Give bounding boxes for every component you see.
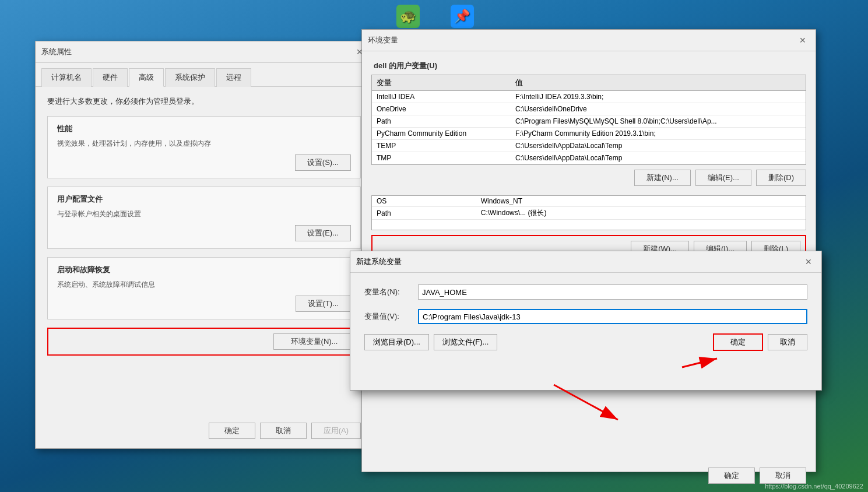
performance-section: 性能 视觉效果，处理器计划，内存使用，以及虚拟内存 设置(S)... (47, 116, 361, 178)
tab-advanced[interactable]: 高级 (129, 68, 164, 87)
startup-desc: 系统启动、系统故障和调试信息 (57, 280, 351, 290)
new-var-close-btn[interactable]: ✕ (802, 255, 816, 269)
env-ok-btn[interactable]: 确定 (708, 468, 755, 484)
sys-vars-snippet: OSWindows_NTPathC:\Windows\... (很长) (371, 195, 806, 230)
hambox-icon: 🐢 (396, 5, 420, 28)
env-vars-btn[interactable]: 环境变量(N)... (273, 333, 355, 350)
tab-hardware[interactable]: 硬件 (93, 68, 128, 87)
env-final-buttons: 确定 取消 (708, 468, 806, 484)
startup-title: 启动和故障恢复 (57, 265, 351, 275)
user-var-row[interactable]: TEMPC:\Users\dell\AppData\Local\Temp (372, 140, 806, 152)
sys-var-name: OS (372, 196, 476, 207)
performance-desc: 视觉效果，处理器计划，内存使用，以及虚拟内存 (57, 139, 351, 149)
profile-title: 用户配置文件 (57, 194, 351, 205)
user-var-name: IntelliJ IDEA (372, 91, 511, 103)
env-vars-titlebar: 环境变量 ✕ (362, 30, 816, 51)
user-vars-col-var: 变量 (372, 75, 511, 91)
user-vars-label: dell 的用户变量(U) (371, 61, 806, 71)
user-vars-buttons: 新建(N)... 编辑(E)... 删除(D) (371, 170, 806, 186)
user-var-row[interactable]: TMPC:\Users\dell\AppData\Local\Temp (372, 152, 806, 164)
sys-props-titlebar: 系统属性 ✕ (36, 41, 372, 63)
profile-settings-btn[interactable]: 设置(E)... (295, 225, 351, 241)
user-var-name: OneDrive (372, 103, 511, 115)
performance-settings-btn[interactable]: 设置(S)... (295, 154, 351, 171)
user-vars-table-wrapper: 变量 值 IntelliJ IDEAF:\IntelliJ IDEA 2019.… (371, 75, 806, 165)
user-var-row[interactable]: OneDriveC:\Users\dell\OneDrive (372, 103, 806, 115)
sys-var-row[interactable]: OSWindows_NT (372, 196, 806, 207)
sys-props-apply-btn[interactable]: 应用(A) (311, 423, 361, 439)
var-name-input[interactable] (418, 284, 807, 300)
profile-desc: 与登录帐户相关的桌面设置 (57, 209, 351, 219)
sys-var-name: Path (372, 207, 476, 220)
env-vars-close-btn[interactable]: ✕ (796, 33, 810, 47)
var-name-row: 变量名(N): (364, 284, 807, 300)
var-value-input[interactable] (418, 309, 807, 324)
user-var-row[interactable]: PathC:\Program Files\MySQL\MySQL Shell 8… (372, 115, 806, 128)
user-var-name: TEMP (372, 140, 511, 152)
sys-var-row[interactable]: PathC:\Windows\... (很长) (372, 207, 806, 220)
sys-props-window: 系统属性 ✕ 计算机名 硬件 高级 系统保护 远程 要进行大多数更改，你必须作为… (35, 41, 373, 449)
env-vars-title: 环境变量 (368, 35, 398, 45)
var-name-label: 变量名(N): (364, 287, 411, 297)
user-var-val: F:\IntelliJ IDEA 2019.3.3\bin; (511, 91, 806, 103)
tab-computer-name[interactable]: 计算机名 (41, 68, 92, 87)
dingding-icon: 📌 (451, 5, 474, 28)
user-var-name: TMP (372, 152, 511, 164)
new-var-dialog: 新建系统变量 ✕ 变量名(N): 变量值(V): 浏览目录(D)... 浏览文件… (350, 251, 822, 391)
profile-section: 用户配置文件 与登录帐户相关的桌面设置 设置(E)... (47, 187, 361, 249)
user-var-val: C:\Users\dell\OneDrive (511, 103, 806, 115)
user-var-row[interactable]: IntelliJ IDEAF:\IntelliJ IDEA 2019.3.3\b… (372, 91, 806, 103)
var-value-row: 变量值(V): (364, 309, 807, 324)
sys-props-title: 系统属性 (41, 47, 72, 57)
new-var-content: 变量名(N): 变量值(V): 浏览目录(D)... 浏览文件(F)... 确定… (350, 273, 821, 363)
admin-notice: 要进行大多数更改，你必须作为管理员登录。 (47, 96, 361, 107)
user-var-val: C:\Program Files\MySQL\MySQL Shell 8.0\b… (511, 115, 806, 128)
browse-dir-btn[interactable]: 浏览目录(D)... (364, 334, 429, 350)
sys-var-val: Windows_NT (476, 196, 806, 207)
sys-props-tabs: 计算机名 硬件 高级 系统保护 远程 (36, 63, 372, 87)
dialog-buttons: 浏览目录(D)... 浏览文件(F)... 确定 取消 (364, 333, 807, 351)
user-vars-delete-btn[interactable]: 删除(D) (756, 170, 806, 186)
startup-section: 启动和故障恢复 系统启动、系统故障和调试信息 设置(T)... (47, 257, 361, 319)
new-var-title: 新建系统变量 (356, 256, 402, 267)
user-var-row[interactable]: PyCharm Community EditionF:\PyCharm Comm… (372, 128, 806, 140)
sys-var-val: C:\Windows\... (很长) (476, 207, 806, 220)
sys-props-cancel-btn[interactable]: 取消 (260, 423, 307, 439)
user-var-name: Path (372, 115, 511, 128)
user-vars-col-val: 值 (511, 75, 806, 91)
new-var-titlebar: 新建系统变量 ✕ (350, 251, 821, 273)
user-vars-edit-btn[interactable]: 编辑(E)... (695, 170, 751, 186)
user-var-val: C:\Users\dell\AppData\Local\Temp (511, 140, 806, 152)
user-var-val: F:\PyCharm Community Edition 2019.3.1\bi… (511, 128, 806, 140)
user-vars-new-btn[interactable]: 新建(N)... (634, 170, 691, 186)
tab-sys-protection[interactable]: 系统保护 (165, 68, 215, 87)
user-var-val: C:\Users\dell\AppData\Local\Temp (511, 152, 806, 164)
env-cancel-btn[interactable]: 取消 (760, 468, 806, 484)
user-vars-table: 变量 值 IntelliJ IDEAF:\IntelliJ IDEA 2019.… (372, 75, 806, 164)
user-var-name: PyCharm Community Edition (372, 128, 511, 140)
startup-settings-btn[interactable]: 设置(T)... (296, 296, 351, 312)
sys-props-content: 要进行大多数更改，你必须作为管理员登录。 性能 视觉效果，处理器计划，内存使用，… (36, 87, 372, 365)
dialog-ok-btn[interactable]: 确定 (713, 333, 763, 351)
tab-remote[interactable]: 远程 (216, 68, 251, 87)
browse-file-btn[interactable]: 浏览文件(F)... (434, 334, 497, 350)
var-value-label: 变量值(V): (364, 311, 411, 322)
sys-props-ok-btn[interactable]: 确定 (209, 423, 255, 439)
dialog-cancel-btn[interactable]: 取消 (768, 334, 807, 350)
performance-title: 性能 (57, 124, 351, 134)
sys-props-bottom-btns: 确定 取消 应用(A) (209, 423, 361, 439)
